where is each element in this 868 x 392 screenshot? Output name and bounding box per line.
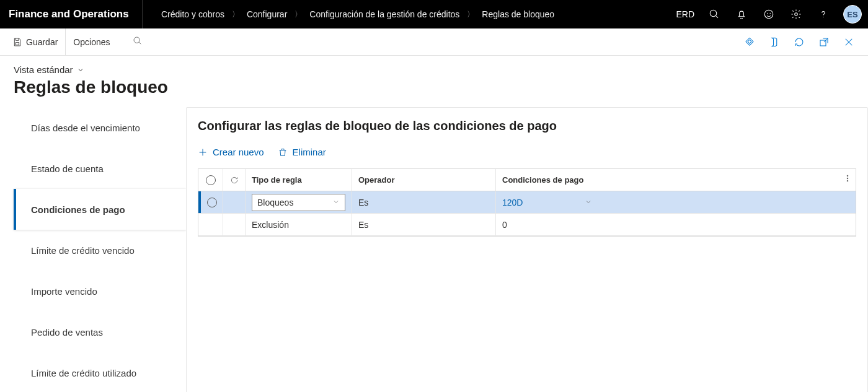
rules-table: Tipo de regla Operador Condiciones de pa… [198, 168, 856, 237]
table-header: Tipo de regla Operador Condiciones de pa… [198, 169, 856, 191]
sidebar-item-limite-credito-vencido[interactable]: Límite de crédito vencido [14, 230, 186, 271]
chevron-down-icon [585, 198, 592, 207]
panel: Configurar las reglas de bloqueo de las … [186, 107, 868, 392]
table-row[interactable]: Bloqueos Es 120D [198, 191, 856, 214]
office-icon[interactable] [766, 34, 782, 50]
view-label: Vista estándar [14, 64, 73, 75]
feedback-icon[interactable] [755, 0, 782, 28]
column-header-condiciones[interactable]: Condiciones de pago [496, 169, 856, 191]
settings-icon[interactable] [782, 0, 810, 28]
sidebar: Días desde el vencimiento Estado de cuen… [14, 107, 186, 392]
actionbar-search-icon[interactable] [118, 36, 143, 48]
row-select[interactable] [201, 191, 223, 213]
select-all-column[interactable] [198, 169, 223, 191]
search-icon[interactable] [701, 0, 728, 28]
cell-tipo[interactable]: Exclusión [246, 214, 352, 235]
chevron-right-icon: 〉 [467, 9, 474, 20]
svg-point-6 [823, 17, 823, 17]
create-new-label: Crear nuevo [213, 147, 264, 157]
title-area: Vista estándar Reglas de bloqueo [0, 56, 868, 107]
breadcrumb-item-3[interactable]: Reglas de bloqueo [482, 9, 554, 19]
view-selector[interactable]: Vista estándar [14, 64, 854, 75]
svg-rect-7 [16, 42, 19, 45]
save-button[interactable]: Guardar [5, 28, 66, 55]
tipo-dropdown[interactable]: Bloqueos [252, 194, 345, 211]
panel-actions: Crear nuevo Eliminar [198, 147, 856, 157]
operador-value: Es [358, 198, 368, 207]
radio-icon [206, 175, 216, 185]
save-label: Guardar [26, 37, 58, 47]
company-code[interactable]: ERD [670, 9, 701, 19]
table-row[interactable]: Exclusión Es 0 [198, 214, 856, 236]
radio-icon [207, 198, 217, 207]
chevron-right-icon: 〉 [294, 9, 302, 20]
brand-label: Finance and Operations [9, 8, 129, 20]
svg-point-16 [847, 178, 848, 179]
table-header-menu-icon[interactable] [843, 174, 852, 185]
column-header-operador[interactable]: Operador [352, 169, 496, 191]
breadcrumb: Crédito y cobros 〉 Configurar 〉 Configur… [143, 9, 554, 20]
page-title: Reglas de bloqueo [14, 77, 854, 97]
top-header: Finance and Operations Crédito y cobros … [0, 0, 868, 28]
chevron-right-icon: 〉 [232, 9, 239, 20]
svg-point-17 [847, 180, 848, 181]
svg-line-9 [139, 42, 141, 44]
sidebar-item-limite-credito-utilizado[interactable]: Límite de crédito utilizado [14, 352, 186, 392]
cell-operador[interactable]: Es [352, 191, 496, 213]
cell-tipo[interactable]: Bloqueos [246, 191, 352, 213]
delete-label: Eliminar [293, 147, 326, 157]
options-button[interactable]: Opciones [66, 28, 117, 55]
sidebar-item-dias-vencimiento[interactable]: Días desde el vencimiento [14, 107, 186, 148]
help-icon[interactable] [810, 0, 837, 28]
cond-value: 0 [502, 220, 507, 230]
cell-condiciones[interactable]: 120D [496, 191, 856, 213]
panel-title: Configurar las reglas de bloqueo de las … [198, 119, 856, 133]
chevron-down-icon [332, 198, 340, 207]
options-label: Opciones [73, 37, 110, 47]
sidebar-item-estado-cuenta[interactable]: Estado de cuenta [14, 148, 186, 189]
popout-icon[interactable] [816, 34, 832, 50]
delete-button[interactable]: Eliminar [278, 147, 326, 157]
cell-operador[interactable]: Es [352, 214, 496, 235]
svg-point-0 [710, 10, 717, 17]
chevron-down-icon [77, 66, 84, 74]
svg-line-1 [715, 15, 718, 18]
svg-point-15 [847, 175, 848, 176]
tipo-value: Bloqueos [257, 198, 293, 207]
column-header-tipo[interactable]: Tipo de regla [246, 169, 352, 191]
row-spacer [223, 214, 246, 235]
sidebar-item-importe-vencido[interactable]: Importe vencido [14, 271, 186, 311]
brand-box: Finance and Operations [0, 0, 143, 28]
breadcrumb-item-2[interactable]: Configuración de la gestión de créditos [309, 9, 459, 19]
avatar[interactable]: ES [843, 5, 862, 24]
sidebar-item-pedido-ventas[interactable]: Pedido de ventas [14, 311, 186, 352]
operador-value: Es [358, 220, 368, 230]
attach-icon[interactable] [742, 34, 758, 50]
action-bar: Guardar Opciones [0, 28, 868, 56]
create-new-button[interactable]: Crear nuevo [198, 147, 264, 157]
row-select[interactable] [201, 214, 223, 235]
svg-point-2 [764, 10, 773, 19]
cell-condiciones[interactable]: 0 [496, 214, 856, 235]
svg-point-3 [767, 13, 768, 14]
panel-empty-area [198, 237, 856, 392]
body-layout: Días desde el vencimiento Estado de cuen… [0, 107, 868, 392]
refresh-icon[interactable] [791, 34, 807, 50]
top-right-controls: ERD ES [670, 0, 868, 28]
svg-point-4 [770, 13, 771, 14]
svg-point-8 [134, 37, 140, 43]
cond-value: 120D [502, 198, 523, 207]
row-spacer [223, 191, 246, 213]
tipo-value: Exclusión [252, 220, 289, 230]
sidebar-item-condiciones-pago[interactable]: Condiciones de pago [14, 189, 186, 230]
notifications-icon[interactable] [728, 0, 755, 28]
breadcrumb-item-0[interactable]: Crédito y cobros [161, 9, 224, 19]
close-icon[interactable] [841, 34, 857, 50]
breadcrumb-item-1[interactable]: Configurar [247, 9, 287, 19]
refresh-column-icon[interactable] [223, 169, 246, 191]
svg-point-5 [795, 13, 798, 16]
